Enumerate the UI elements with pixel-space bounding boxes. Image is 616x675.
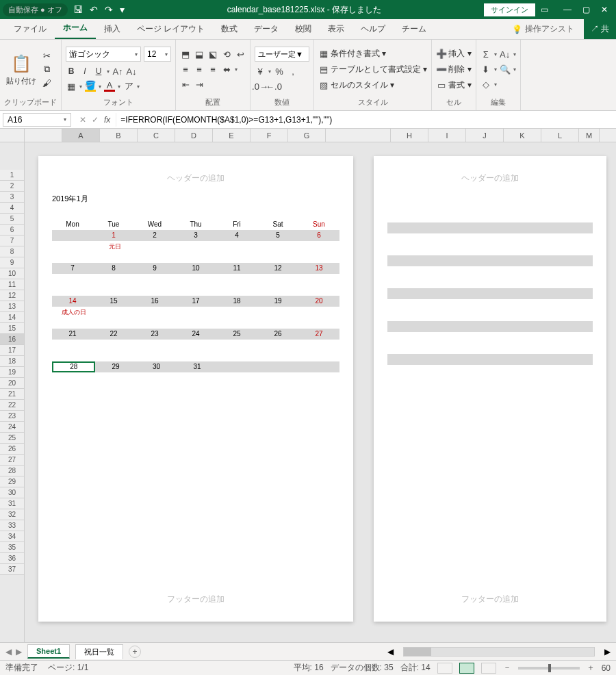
borders-icon[interactable]: ▦ (66, 81, 77, 92)
fx-icon[interactable]: fx (104, 115, 110, 125)
zoom-in-icon[interactable]: ＋ (587, 662, 595, 674)
format-cells-button[interactable]: ▭書式 ▾ (436, 79, 471, 91)
decrease-decimal-icon[interactable]: ←.0 (268, 81, 279, 92)
zoom-out-icon[interactable]: － (503, 662, 511, 674)
sheet-tab-sheet1[interactable]: Sheet1 (27, 644, 70, 659)
add-sheet-button[interactable]: + (129, 646, 141, 658)
increase-indent-icon[interactable]: ⇥ (194, 79, 205, 90)
decrease-font-icon[interactable]: A↓ (126, 66, 137, 77)
redo-icon[interactable]: ↷ (105, 4, 113, 15)
cut-icon[interactable]: ✂ (41, 50, 52, 61)
formula-bar: A16▾ ✕ ✓ fx =IFERROR(IF(EOMONTH($A$1,0)>… (0, 111, 616, 129)
header-placeholder[interactable]: ヘッダーの追加 (52, 167, 339, 190)
sheet-tab-holidays[interactable]: 祝日一覧 (75, 644, 123, 659)
enter-formula-icon[interactable]: ✓ (92, 115, 99, 125)
increase-font-icon[interactable]: A↑ (112, 66, 123, 77)
conditional-format-button[interactable]: ▦条件付き書式 ▾ (318, 48, 427, 60)
formula-input[interactable]: =IFERROR(IF(EOMONTH($A$1,0)>=G13+1,G13+1… (116, 113, 616, 127)
minimize-icon[interactable]: — (563, 5, 572, 14)
next-sheet-icon[interactable]: ▶ (16, 647, 22, 657)
align-left-icon[interactable]: ≡ (180, 64, 191, 75)
italic-icon[interactable]: I (79, 66, 90, 77)
select-all-corner[interactable] (0, 129, 25, 142)
align-center-icon[interactable]: ≡ (194, 64, 205, 75)
clear-icon[interactable]: ◇ (480, 79, 491, 90)
paste-button[interactable]: 📋 貼り付け (4, 42, 38, 96)
phonetic-icon[interactable]: ア (123, 81, 134, 92)
zoom-level[interactable]: 60 (602, 663, 611, 673)
format-as-table-button[interactable]: ▤テーブルとして書式設定 ▾ (318, 64, 427, 75)
fill-icon[interactable]: ⬇ (480, 64, 491, 75)
wrap-text-icon[interactable]: ↩ (235, 49, 246, 60)
fill-color-icon[interactable]: 🪣 (85, 81, 96, 92)
currency-icon[interactable]: ¥ (255, 66, 266, 77)
share-button[interactable]: ↗ 共 (584, 19, 616, 39)
ribbon-display-icon[interactable]: ▭ (541, 5, 548, 14)
insert-cells-button[interactable]: ➕挿入 ▾ (436, 48, 471, 60)
signin-button[interactable]: サインイン (484, 3, 535, 16)
number-format-combo[interactable]: ユーザー定▼ (255, 47, 309, 62)
cell-styles-button[interactable]: ▨セルのスタイル ▾ (318, 79, 427, 91)
row-headers[interactable]: 123 456 789 101112 131415 161718 192021 … (0, 142, 25, 642)
save-icon[interactable]: 🖫 (73, 4, 83, 15)
sort-filter-icon[interactable]: A↓ (500, 49, 511, 60)
group-styles: ▦条件付き書式 ▾ ▤テーブルとして書式設定 ▾ ▨セルのスタイル ▾ スタイル (314, 40, 432, 110)
font-size-combo[interactable]: 12▾ (144, 47, 171, 62)
underline-icon[interactable]: U (93, 66, 104, 77)
column-headers[interactable]: A B C D E F G H I J K L M (25, 129, 616, 142)
merge-icon[interactable]: ⬌ (221, 64, 232, 75)
scroll-thumb[interactable] (404, 648, 431, 656)
tab-formulas[interactable]: 数式 (213, 19, 246, 39)
tab-file[interactable]: ファイル (5, 19, 55, 39)
align-bottom-icon[interactable]: ⬕ (207, 49, 218, 60)
format-painter-icon[interactable]: 🖌 (41, 77, 52, 88)
align-middle-icon[interactable]: ⬓ (194, 49, 205, 60)
delete-cells-button[interactable]: ➖削除 ▾ (436, 64, 471, 75)
tab-data[interactable]: データ (246, 19, 287, 39)
increase-decimal-icon[interactable]: .0→ (255, 81, 266, 92)
footer-placeholder[interactable]: フッターの追加 (52, 588, 339, 611)
page-break-view-icon[interactable] (481, 663, 496, 674)
decrease-indent-icon[interactable]: ⇤ (180, 79, 191, 90)
tab-review[interactable]: 校閲 (287, 19, 320, 39)
week-2: 78910111213 (52, 263, 339, 274)
copy-icon[interactable]: ⧉ (41, 64, 52, 75)
header-placeholder-2[interactable]: ヘッダーの追加 (387, 167, 593, 190)
undo-icon[interactable]: ↶ (90, 4, 98, 15)
percent-icon[interactable]: % (274, 66, 285, 77)
tab-view[interactable]: 表示 (320, 19, 352, 39)
font-name-combo[interactable]: 游ゴシック▾ (66, 47, 141, 62)
tab-insert[interactable]: 挿入 (96, 19, 129, 39)
name-box[interactable]: A16▾ (3, 113, 71, 127)
orientation-icon[interactable]: ⟲ (221, 49, 232, 60)
bold-icon[interactable]: B (66, 66, 77, 77)
comma-icon[interactable]: , (287, 66, 298, 77)
qat-customize-icon[interactable]: ▾ (120, 4, 125, 15)
horizontal-scrollbar[interactable]: ◀ ▶ (146, 647, 611, 657)
tab-page-layout[interactable]: ページ レイアウト (129, 19, 213, 39)
scroll-right-icon[interactable]: ▶ (604, 647, 611, 657)
align-right-icon[interactable]: ≡ (207, 64, 218, 75)
footer-placeholder-2[interactable]: フッターの追加 (387, 588, 593, 611)
normal-view-icon[interactable] (437, 663, 452, 674)
close-icon[interactable]: ✕ (601, 5, 608, 14)
clipboard-icon: 📋 (10, 53, 32, 75)
sheet-canvas[interactable]: ヘッダーの追加 2019年1月 MonTueWedThuFriSatSun 12… (25, 142, 616, 642)
page-layout-view-icon[interactable] (459, 663, 474, 674)
maximize-icon[interactable]: ▢ (582, 5, 590, 14)
autosum-icon[interactable]: Σ (480, 49, 491, 60)
group-alignment: ⬒ ⬓ ⬕ ⟲ ↩ ≡ ≡ ≡ ⬌▾ ⇤ ⇥ 配置 (176, 40, 251, 110)
autosave-toggle[interactable]: 自動保存 ● オフ (3, 3, 68, 16)
tab-team[interactable]: チーム (394, 19, 435, 39)
prev-sheet-icon[interactable]: ◀ (5, 647, 12, 657)
find-icon[interactable]: 🔍 (500, 64, 511, 75)
active-cell[interactable]: 28 (52, 361, 95, 372)
cancel-formula-icon[interactable]: ✕ (79, 115, 86, 125)
zoom-slider[interactable] (518, 667, 580, 670)
tell-me-search[interactable]: 💡操作アシスト (505, 19, 581, 39)
font-color-icon[interactable]: A (104, 81, 115, 92)
scroll-left-icon[interactable]: ◀ (387, 647, 394, 657)
tab-home[interactable]: ホーム (55, 18, 96, 39)
tab-help[interactable]: ヘルプ (352, 19, 394, 39)
align-top-icon[interactable]: ⬒ (180, 49, 191, 60)
